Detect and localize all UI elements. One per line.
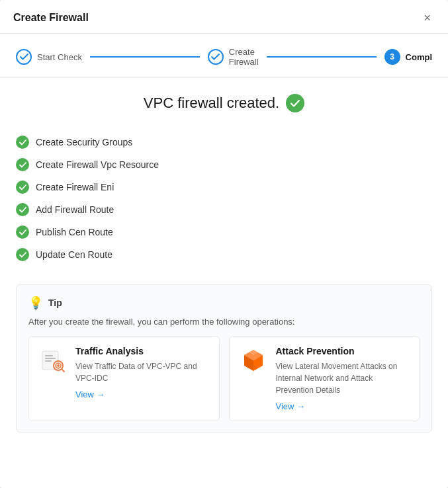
step-icon-create-firewall [208,49,224,65]
task-item: Update Cen Route [16,243,432,266]
traffic-analysis-link[interactable]: View → [75,389,210,399]
svg-line-6 [62,369,64,372]
task-check-icon [16,203,29,216]
task-label: Create Firewall Vpc Resource [36,159,159,170]
attack-prevention-title: Attack Prevention [276,346,410,356]
tip-cards: Traffic Analysis View Traffic Data of VP… [28,336,420,421]
dialog-header: Create Firewall × [0,0,448,34]
tip-header: 💡 Tip [28,296,420,310]
task-check-icon [16,248,29,261]
attack-prevention-desc: View Lateral Movement Attacks on Interna… [276,360,410,396]
task-check-icon [16,158,29,171]
connector-2 [267,56,377,58]
connector-1 [90,56,200,58]
task-check-icon [16,181,29,194]
attack-prevention-card: Attack Prevention View Lateral Movement … [229,336,420,421]
tip-label: Tip [48,298,62,308]
step-create-firewall: Create Firewall [208,47,259,67]
traffic-analysis-content: Traffic Analysis View Traffic Data of VP… [75,346,210,399]
task-label: Add Firewall Route [36,204,114,215]
tip-bulb-icon: 💡 [28,296,43,310]
task-item: Create Firewall Eni [16,176,432,198]
success-title: VPC firewall created. [16,94,432,112]
svg-rect-2 [45,358,56,359]
task-label: Create Firewall Eni [36,182,114,192]
svg-rect-3 [45,360,52,362]
traffic-analysis-title: Traffic Analysis [75,346,210,356]
task-item: Add Firewall Route [16,198,432,221]
step-label-complete: Compl [406,52,432,62]
step-icon-start-check [16,49,32,65]
success-check-icon [286,94,304,112]
dialog-body: VPC firewall created. Create Security Gr… [0,78,448,443]
task-list: Create Security Groups Create Firewall V… [16,131,432,266]
attack-prevention-link[interactable]: View → [276,401,410,411]
attack-prevention-content: Attack Prevention View Lateral Movement … [276,346,410,411]
task-item: Create Firewall Vpc Resource [16,153,432,176]
create-firewall-dialog: Create Firewall × Start Check Create Fir… [0,0,448,488]
step-complete: 3 Compl [384,49,432,65]
task-label: Create Security Groups [36,137,132,147]
traffic-analysis-icon [38,346,67,375]
task-check-icon [16,136,29,149]
step-icon-complete: 3 [384,49,400,65]
steps-bar: Start Check Create Firewall 3 Compl [0,34,448,78]
task-label: Update Cen Route [36,249,112,260]
tip-section: 💡 Tip After you create the firewall, you… [16,284,432,432]
dialog-title: Create Firewall [13,12,89,24]
traffic-analysis-desc: View Traffic Data of VPC-VPC and VPC-IDC [75,360,210,384]
svg-rect-1 [45,355,53,356]
attack-prevention-icon [239,346,268,375]
task-item: Publish Cen Route [16,221,432,243]
task-label: Publish Cen Route [36,227,113,237]
step-label-start-check: Start Check [37,52,82,62]
tip-description: After you create the firewall, you can p… [28,317,420,327]
task-item: Create Security Groups [16,131,432,153]
close-button[interactable]: × [420,11,435,25]
step-label-create-firewall: Create Firewall [229,47,259,67]
traffic-analysis-card: Traffic Analysis View Traffic Data of VP… [28,336,220,421]
task-check-icon [16,225,29,239]
step-start-check: Start Check [16,49,82,65]
